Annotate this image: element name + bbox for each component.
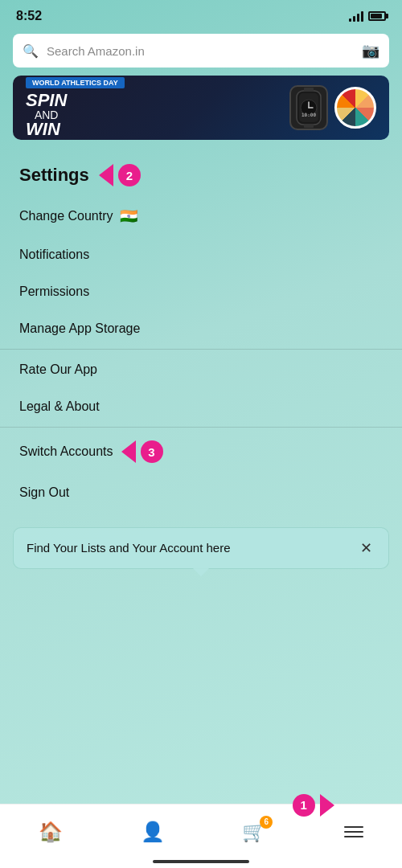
nav-step-badge: 1 xyxy=(293,794,315,817)
menu-item-legal[interactable]: Legal & About xyxy=(0,388,402,425)
home-icon: 🏠 xyxy=(39,821,63,843)
manage-storage-label: Manage App Storage xyxy=(19,321,140,336)
banner-title: SPIN AND WIN xyxy=(26,92,67,138)
camera-icon[interactable]: 📷 xyxy=(362,42,379,59)
spin-wheel xyxy=(334,87,376,129)
menu-item-change-country[interactable]: Change Country 🇮🇳 xyxy=(0,196,402,236)
nav-account[interactable]: 👤 xyxy=(128,817,178,846)
search-bar-container: 🔍 Search Amazon.in 📷 xyxy=(0,29,402,76)
settings-title: Settings xyxy=(19,165,89,186)
switch-accounts-step-badge: 3 xyxy=(141,440,163,463)
rate-app-label: Rate Our App xyxy=(19,362,97,377)
legal-label: Legal & About xyxy=(19,399,100,414)
nav-cart[interactable]: 🛒 6 xyxy=(229,817,279,846)
watch-image: 10:00 xyxy=(289,85,328,130)
search-icon: 🔍 xyxy=(23,43,39,59)
switch-accounts-badge: 3 xyxy=(121,440,163,463)
settings-badge: 2 xyxy=(99,164,141,186)
divider-1 xyxy=(0,349,402,350)
status-icons xyxy=(349,10,386,22)
signal-icon xyxy=(349,10,363,22)
india-flag-icon: 🇮🇳 xyxy=(120,207,137,225)
menu-item-sign-out[interactable]: Sign Out xyxy=(0,474,402,511)
banner-subtitle: AND xyxy=(26,109,67,121)
promo-banner[interactable]: WORLD ATHLETICS DAY SPIN AND WIN 10:00 xyxy=(13,76,389,140)
svg-text:10:00: 10:00 xyxy=(302,112,316,117)
hamburger-icon xyxy=(344,826,363,837)
switch-accounts-arrow-icon xyxy=(121,440,136,463)
tooltip-close-button[interactable]: ✕ xyxy=(357,539,375,557)
status-time: 8:52 xyxy=(16,9,42,23)
svg-rect-7 xyxy=(304,124,314,128)
menu-item-switch-accounts[interactable]: Switch Accounts 3 xyxy=(0,429,402,474)
menu-item-permissions[interactable]: Permissions xyxy=(0,273,402,310)
nav-menu[interactable]: 1 xyxy=(331,823,376,841)
home-indicator xyxy=(153,860,249,863)
notifications-label: Notifications xyxy=(19,248,89,262)
account-icon: 👤 xyxy=(141,821,165,843)
menu-item-rate-app[interactable]: Rate Our App xyxy=(0,351,402,388)
sign-out-label: Sign Out xyxy=(19,485,69,500)
menu-item-notifications[interactable]: Notifications xyxy=(0,236,402,273)
tooltip-text: Find Your Lists and Your Account here xyxy=(27,539,231,556)
bottom-nav: 🏠 👤 🛒 6 1 xyxy=(0,804,402,868)
search-bar[interactable]: 🔍 Search Amazon.in 📷 xyxy=(13,34,389,68)
nav-home[interactable]: 🏠 xyxy=(26,817,76,846)
svg-rect-6 xyxy=(304,88,314,92)
nav-arrow-icon xyxy=(320,794,334,817)
change-country-label: Change Country xyxy=(19,209,113,223)
nav-menu-badge: 1 xyxy=(293,794,334,817)
banner-tag: WORLD ATHLETICS DAY xyxy=(26,77,125,88)
search-input[interactable]: Search Amazon.in xyxy=(47,44,354,58)
divider-2 xyxy=(0,427,402,428)
settings-step-badge: 2 xyxy=(118,164,141,186)
battery-icon xyxy=(368,11,386,21)
settings-section: Settings 2 Change Country 🇮🇳 Notificatio… xyxy=(0,153,402,519)
banner-right: 10:00 xyxy=(289,85,376,130)
settings-arrow-icon xyxy=(99,164,113,186)
status-bar: 8:52 xyxy=(0,0,402,29)
menu-item-manage-storage[interactable]: Manage App Storage xyxy=(0,310,402,347)
tooltip-bubble: Find Your Lists and Your Account here ✕ xyxy=(13,527,389,569)
switch-accounts-label: Switch Accounts xyxy=(19,444,113,459)
cart-badge: 6 xyxy=(260,816,273,829)
permissions-label: Permissions xyxy=(19,285,89,299)
settings-title-row: Settings 2 xyxy=(0,161,402,196)
banner-left: WORLD ATHLETICS DAY SPIN AND WIN xyxy=(26,77,125,138)
